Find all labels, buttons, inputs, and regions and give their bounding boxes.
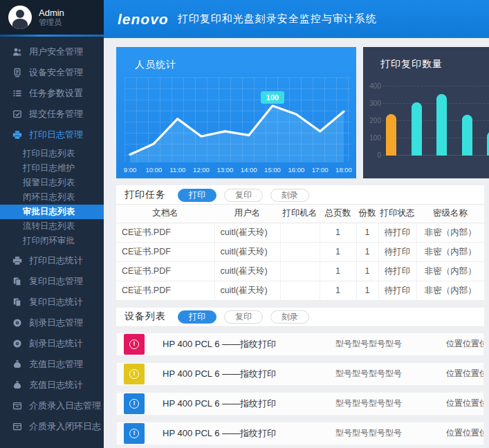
table-cell: 1 xyxy=(356,281,378,300)
device-list-title: 设备列表 xyxy=(124,310,166,323)
alert-icon: ! xyxy=(124,423,145,444)
table-row[interactable]: CE证书.PDFcuitl(崔天玲)11待打印非密（内部） xyxy=(116,261,484,281)
y-axis-tick: 400 xyxy=(365,82,381,90)
personnel-chart-panel: 9:0010:0011:0012:0013:0014:0015:0016:001… xyxy=(116,47,356,178)
device-list-tabs: 打印复印刻录 xyxy=(166,310,309,324)
table-cell xyxy=(280,281,320,300)
sidebar-item[interactable]: 刻录日志管理 xyxy=(0,312,104,333)
table-cell: CE证书.PDF xyxy=(116,281,214,300)
app-title: 打印复印和光盘刻录安全监控与审计系统 xyxy=(178,12,377,26)
table-cell: 待打印 xyxy=(378,261,416,281)
avatar xyxy=(8,6,32,29)
table-cell: 1 xyxy=(320,261,356,281)
table-cell: 1 xyxy=(320,242,356,261)
tab-inactive[interactable]: 复印 xyxy=(224,310,263,324)
table-cell: 非密（内部） xyxy=(416,242,484,261)
sidebar-item[interactable]: 提交任务管理 xyxy=(0,104,104,124)
column-header: 密级名称 xyxy=(416,205,484,223)
sidebar-subitem[interactable]: 审批日志列表 xyxy=(0,205,104,219)
device-model: 型号型号型号型号 xyxy=(335,368,446,380)
table-cell: cuitl(崔天玲) xyxy=(214,261,280,281)
bar xyxy=(386,114,396,156)
table-cell: 待打印 xyxy=(378,223,416,242)
table-cell: CE证书.PDF xyxy=(116,223,214,242)
sidebar-item[interactable]: 设备安全管理 xyxy=(0,62,104,83)
bar-gridline xyxy=(382,120,489,121)
sidebar-subitem[interactable]: 打印日志维护 xyxy=(0,161,104,176)
table-cell: cuitl(崔天玲) xyxy=(214,281,280,300)
device-model: 型号型号型号型号 xyxy=(335,427,446,439)
table-cell xyxy=(280,223,320,242)
device-row[interactable]: !HP 400 PCL 6 ——指纹打印型号型号型号型号位置位置位置位置 xyxy=(116,333,484,356)
svg-text:16:00: 16:00 xyxy=(288,166,304,174)
device-row[interactable]: !HP 400 PCL 6 ——指纹打印型号型号型号型号位置位置位置位置 xyxy=(116,422,484,445)
table-row[interactable]: CE证书.PDFcuitl(崔天玲)11待打印非密（内部） xyxy=(116,281,484,300)
tab-inactive[interactable]: 复印 xyxy=(224,189,263,202)
device-rows: !HP 400 PCL 6 ——指纹打印型号型号型号型号位置位置位置位置!HP … xyxy=(116,333,484,445)
printer-icon xyxy=(12,129,23,140)
table-cell: 1 xyxy=(356,242,378,261)
tab-inactive[interactable]: 刻录 xyxy=(270,189,309,202)
device-row[interactable]: !HP 400 PCL 6 ——指纹打印型号型号型号型号位置位置位置位置 xyxy=(116,362,484,386)
device-model: 型号型号型号型号 xyxy=(335,398,446,409)
y-axis-tick: 0 xyxy=(365,151,381,159)
sidebar-subitem[interactable]: 报警日志列表 xyxy=(0,176,104,190)
print-tasks-section: 打印任务 打印复印刻录 文档名用户名打印机名总页数份数打印状态密级名称 CE证书… xyxy=(116,185,484,301)
tab-inactive[interactable]: 刻录 xyxy=(270,310,309,324)
print-tasks-table: 文档名用户名打印机名总页数份数打印状态密级名称 CE证书.PDFcuitl(崔天… xyxy=(116,205,484,301)
table-row[interactable]: CE证书.PDFcuitl(崔天玲)11待打印非密（内部） xyxy=(116,242,484,261)
user-block[interactable]: Admin 管理员 xyxy=(0,0,104,35)
sidebar-item-label: 刻录日志统计 xyxy=(29,337,83,350)
device-row[interactable]: !HP 400 PCL 6 ——指纹打印型号型号型号型号位置位置位置位置 xyxy=(116,392,484,416)
device-model: 型号型号型号型号 xyxy=(335,338,446,350)
print-copy-chart-panel: 打印复印数量 0100200300400 xyxy=(363,47,489,178)
sidebar-item[interactable]: 充值日志统计 xyxy=(0,375,104,395)
sidebar-subitem[interactable]: 流转日志列表 xyxy=(0,219,104,234)
sidebar-item[interactable]: 复印日志统计 xyxy=(0,292,104,312)
user-name: Admin xyxy=(39,8,64,18)
chart-tooltip: 100 xyxy=(261,91,284,104)
sidebar-item[interactable]: 刻录日志统计 xyxy=(0,333,104,354)
table-cell: 非密（内部） xyxy=(416,281,484,300)
sidebar-item[interactable]: 打印日志管理 xyxy=(0,124,104,145)
device-location: 位置位置位置位置 xyxy=(446,398,483,409)
y-axis-tick: 200 xyxy=(365,117,381,124)
bar xyxy=(436,94,447,156)
sidebar-item-label: 介质录入闭环日志 xyxy=(29,420,101,433)
device-list-section: 设备列表 打印复印刻录 !HP 400 PCL 6 ——指纹打印型号型号型号型号… xyxy=(116,308,484,445)
top-header: lenovo 打印复印和光盘刻录安全监控与审计系统 xyxy=(104,0,489,38)
personnel-chart-title: 人员统计 xyxy=(135,59,176,71)
sidebar-item-label: 充值日志管理 xyxy=(29,358,83,371)
alert-icon: ! xyxy=(124,364,145,384)
disc-icon xyxy=(12,317,23,328)
bar-gridline xyxy=(382,155,489,156)
printer-icon xyxy=(12,255,23,266)
table-cell: 1 xyxy=(356,223,378,242)
sidebar-item-label: 提交任务管理 xyxy=(29,108,83,120)
print-tasks-title: 打印任务 xyxy=(124,189,166,201)
svg-text:14:00: 14:00 xyxy=(241,166,257,174)
sidebar-item[interactable]: 任务参数设置 xyxy=(0,83,104,104)
tab-active[interactable]: 打印 xyxy=(178,310,216,324)
tab-active[interactable]: 打印 xyxy=(178,189,216,202)
sidebar-item[interactable]: 充值日志管理 xyxy=(0,354,104,375)
sidebar-subitem[interactable]: 闭环日志列表 xyxy=(0,190,104,205)
alert-icon: ! xyxy=(124,334,145,355)
table-cell: 非密（内部） xyxy=(416,223,484,242)
sidebar-item[interactable]: 用户安全管理 xyxy=(0,41,104,62)
sidebar-item[interactable]: 打印日志统计 xyxy=(0,250,104,271)
sidebar-subitem[interactable]: 打印日志列表 xyxy=(0,147,104,161)
svg-text:13:00: 13:00 xyxy=(216,166,233,174)
app-window: Admin 管理员 用户安全管理设备安全管理任务参数设置提交任务管理打印日志管理… xyxy=(0,0,489,448)
sidebar-item[interactable]: 介质录入闭环日志 xyxy=(0,416,104,437)
recharge-icon xyxy=(12,359,23,370)
device-location: 位置位置位置位置 xyxy=(446,427,483,439)
table-row[interactable]: CE证书.PDFcuitl(崔天玲)11待打印非密（内部） xyxy=(116,223,484,242)
print-tasks-tabs: 打印复印刻录 xyxy=(166,188,309,202)
sidebar-item[interactable]: 介质录入日志管理 xyxy=(0,395,104,416)
table-cell: 1 xyxy=(320,223,356,242)
table-cell: CE证书.PDF xyxy=(116,261,214,281)
sidebar-subitem[interactable]: 打印闭环审批 xyxy=(0,234,104,248)
y-axis-tick: 100 xyxy=(365,134,381,142)
sidebar-item[interactable]: 复印日志管理 xyxy=(0,271,104,292)
